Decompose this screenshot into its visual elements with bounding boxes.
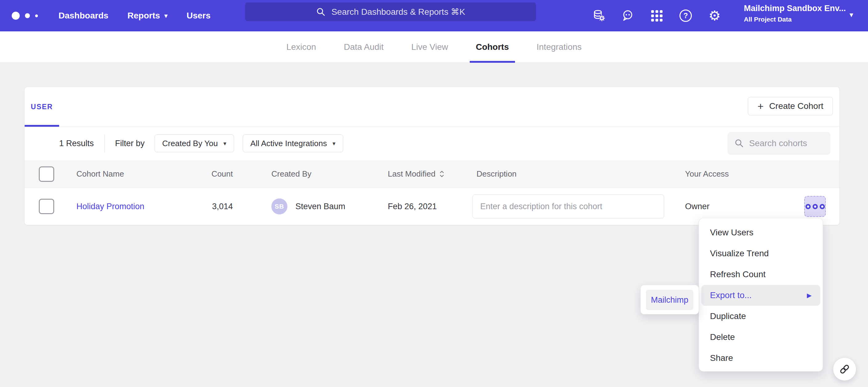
menu-item-refresh-count[interactable]: Refresh Count (699, 264, 823, 285)
cohort-search-box (727, 132, 830, 155)
avatar: SB (271, 199, 287, 214)
nav-item-dashboards[interactable]: Dashboards (59, 11, 108, 21)
mixpanel-logo-icon[interactable] (12, 12, 45, 20)
divider (104, 134, 105, 152)
data-management-icon[interactable] (592, 9, 606, 23)
top-navigation: Dashboards Reports ▾ Users Search Dashbo… (0, 0, 868, 31)
settings-gear-icon[interactable]: ⚙ (708, 9, 721, 23)
tab-data-audit[interactable]: Data Audit (338, 31, 390, 63)
nav-item-users[interactable]: Users (187, 11, 211, 21)
column-created-by[interactable]: Created By (271, 160, 311, 188)
tab-user-cohorts[interactable]: USER (25, 87, 59, 127)
global-search-placeholder: Search Dashboards & Reports ⌘K (332, 7, 465, 17)
menu-item-share[interactable]: Share (699, 348, 823, 368)
tab-cohorts[interactable]: Cohorts (470, 31, 515, 63)
panel-header: USER + Create Cohort (25, 87, 839, 127)
column-count[interactable]: Count (178, 160, 233, 188)
menu-item-export-to-label: Export to... (710, 290, 751, 300)
menu-item-visualize-trend[interactable]: Visualize Trend (699, 243, 823, 264)
select-all-checkbox[interactable] (39, 167, 54, 182)
cohort-name-link[interactable]: Holiday Promotion (76, 188, 145, 225)
link-icon (839, 363, 850, 375)
nav-item-reports[interactable]: Reports ▾ (127, 11, 167, 21)
row-checkbox[interactable] (39, 199, 54, 214)
create-cohort-label: Create Cohort (769, 101, 823, 111)
logo-dot (35, 14, 38, 17)
logo-dot (25, 13, 30, 18)
row-context-menu: View Users Visualize Trend Refresh Count… (699, 218, 823, 372)
search-icon (734, 138, 744, 148)
table-header: Cohort Name Count Created By Last Modifi… (25, 160, 839, 188)
question-mark-glyph: ? (680, 9, 692, 22)
primary-nav: Dashboards Reports ▾ Users (59, 11, 211, 21)
cohort-count: 3,014 (178, 188, 233, 225)
global-search-input[interactable]: Search Dashboards & Reports ⌘K (245, 2, 536, 21)
tab-lexicon[interactable]: Lexicon (280, 31, 322, 63)
sort-icon (439, 170, 444, 178)
more-options-dot (805, 204, 811, 209)
created-by-filter-dropdown[interactable]: Created By You ▾ (155, 134, 234, 152)
filter-by-label: Filter by (115, 139, 145, 148)
help-icon[interactable]: ? (679, 9, 692, 23)
plus-icon: + (757, 101, 764, 111)
submenu-arrow-icon: ▶ (807, 292, 812, 299)
search-icon (316, 7, 326, 17)
create-cohort-button[interactable]: + Create Cohort (748, 97, 833, 115)
project-switcher[interactable]: Mailchimp Sandbox Env... All Project Dat… (744, 4, 848, 23)
menu-item-duplicate[interactable]: Duplicate (699, 306, 823, 327)
integrations-filter-label: All Active Integrations (250, 139, 327, 148)
more-options-dot (819, 204, 825, 209)
column-description: Description (476, 160, 517, 188)
row-more-options-button[interactable] (804, 196, 826, 217)
gear-glyph: ⚙ (708, 9, 720, 23)
column-last-modified[interactable]: Last Modified (388, 160, 444, 188)
description-input[interactable] (472, 195, 664, 218)
chevron-down-icon: ▾ (223, 141, 226, 146)
created-by-filter-label: Created By You (162, 139, 218, 148)
column-last-modified-label: Last Modified (388, 169, 436, 179)
section-tabbar: Lexicon Data Audit Live View Cohorts Int… (0, 31, 868, 63)
submenu-item-mailchimp[interactable]: Mailchimp (646, 290, 693, 310)
created-by-cell: SB Steven Baum (271, 188, 345, 225)
project-caret-icon[interactable]: ▾ (849, 11, 853, 19)
menu-item-delete[interactable]: Delete (699, 327, 823, 348)
tab-integrations[interactable]: Integrations (530, 31, 588, 63)
nav-item-reports-label: Reports (127, 11, 160, 21)
logo-dot (12, 12, 20, 20)
menu-item-export-to[interactable]: Export to... ▶ (701, 285, 820, 306)
tab-live-view[interactable]: Live View (405, 31, 454, 63)
more-options-dot (812, 204, 818, 209)
cohorts-panel: USER + Create Cohort 1 Results Filter by… (24, 87, 840, 225)
nav-utility-icons: ? ⚙ (592, 0, 721, 31)
project-data-scope: All Project Data (744, 16, 848, 23)
menu-item-view-users[interactable]: View Users (699, 222, 823, 243)
chevron-down-icon: ▾ (164, 12, 167, 19)
column-your-access: Your Access (685, 160, 729, 188)
cohort-search-input[interactable] (749, 138, 820, 148)
copy-link-fab[interactable] (833, 358, 856, 381)
chevron-down-icon: ▾ (332, 141, 335, 146)
feedback-chat-icon[interactable] (621, 9, 634, 23)
column-cohort-name[interactable]: Cohort Name (76, 160, 124, 188)
integrations-filter-dropdown[interactable]: All Active Integrations ▾ (243, 134, 343, 152)
created-by-name: Steven Baum (296, 202, 345, 211)
last-modified-cell: Feb 26, 2021 (388, 188, 437, 225)
export-to-submenu: Mailchimp (640, 285, 699, 314)
project-name: Mailchimp Sandbox Env... (744, 4, 848, 13)
grid-glyph (651, 10, 662, 22)
results-count: 1 Results (59, 139, 94, 148)
apps-grid-icon[interactable] (650, 9, 663, 23)
filter-toolbar: 1 Results Filter by Created By You ▾ All… (25, 127, 839, 160)
